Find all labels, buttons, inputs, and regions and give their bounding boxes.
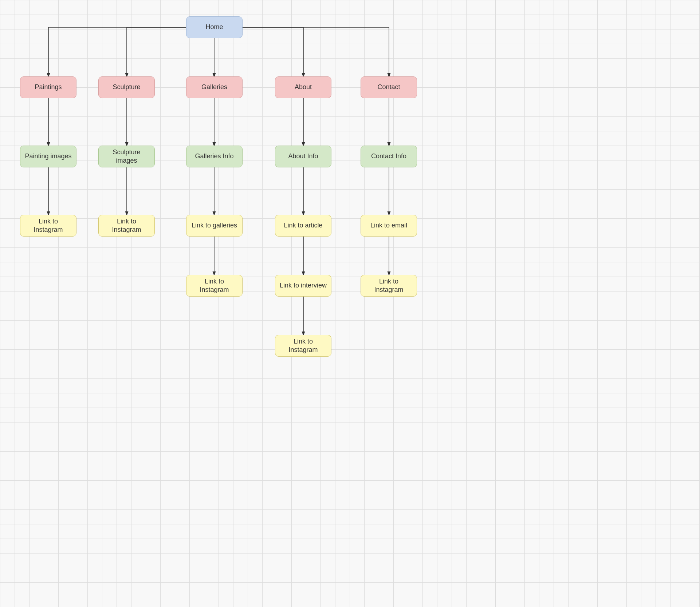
contact-email-node: Link to email (361, 215, 417, 237)
galleries-link-node: Link to galleries (186, 215, 243, 237)
about-article-node: Link to article (275, 215, 331, 237)
home-node: Home (186, 16, 243, 38)
diagram: Home Paintings Sculpture Galleries About… (0, 0, 700, 607)
paintings-node: Paintings (20, 76, 76, 98)
contact-info-node: Contact Info (361, 146, 417, 167)
about-instagram-node: Link to Instagram (275, 335, 331, 357)
sculpture-instagram-node: Link to Instagram (98, 215, 155, 237)
about-info-node: About Info (275, 146, 331, 167)
galleries-info-node: Galleries Info (186, 146, 243, 167)
galleries-instagram-node: Link to Instagram (186, 275, 243, 297)
about-interview-node: Link to interview (275, 275, 331, 297)
galleries-node: Galleries (186, 76, 243, 98)
painting-instagram-node: Link to Instagram (20, 215, 76, 237)
contact-node: Contact (361, 76, 417, 98)
sculpture-images-node: Sculpture images (98, 146, 155, 167)
about-node: About (275, 76, 331, 98)
contact-instagram-node: Link to Instagram (361, 275, 417, 297)
painting-images-node: Painting images (20, 146, 76, 167)
sculpture-node: Sculpture (98, 76, 155, 98)
